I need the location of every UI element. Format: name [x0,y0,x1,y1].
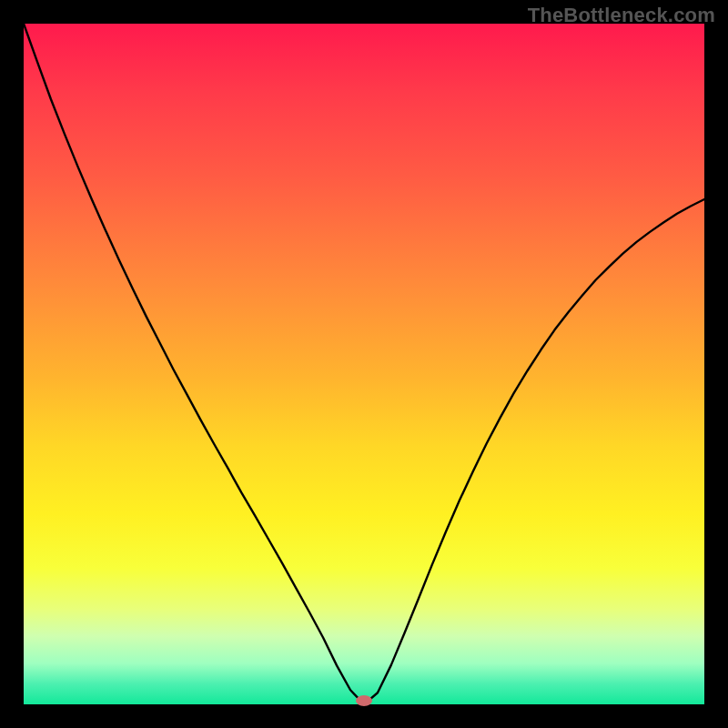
plot-area [24,24,704,704]
chart-svg [24,24,704,704]
minimum-marker [356,695,372,706]
bottleneck-curve [24,24,704,704]
chart-frame: TheBottleneck.com [0,0,728,728]
